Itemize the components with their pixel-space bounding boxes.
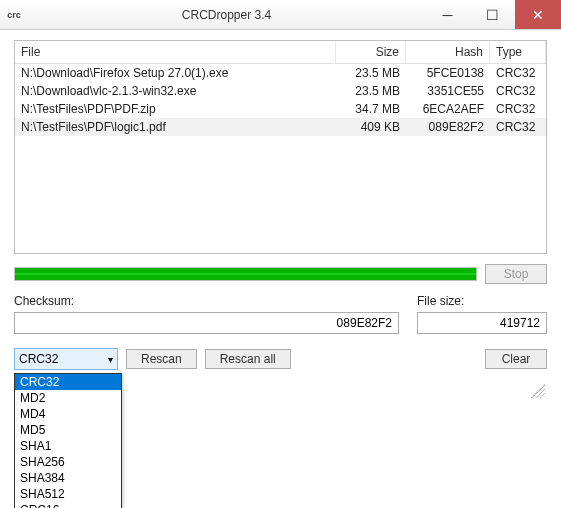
rescan-all-button[interactable]: Rescan all: [205, 349, 291, 369]
cell-size: 34.7 MB: [336, 100, 406, 118]
col-file[interactable]: File: [15, 41, 336, 63]
app-icon: crc: [0, 10, 28, 20]
col-type[interactable]: Type: [490, 41, 546, 63]
algorithm-option[interactable]: MD5: [15, 422, 121, 438]
cell-type: CRC32: [490, 100, 546, 118]
maximize-button[interactable]: ☐: [470, 0, 515, 29]
algorithm-option[interactable]: SHA1: [15, 438, 121, 454]
title-bar: crc CRCDropper 3.4 ─ ☐ ✕: [0, 0, 561, 30]
filesize-label: File size:: [417, 294, 547, 308]
table-row[interactable]: N:\Download\vlc-2.1.3-win32.exe23.5 MB33…: [15, 82, 546, 100]
file-list[interactable]: File Size Hash Type N:\Download\Firefox …: [14, 40, 547, 254]
cell-size: 23.5 MB: [336, 64, 406, 82]
cell-type: CRC32: [490, 118, 546, 136]
cell-hash: 089E82F2: [406, 118, 490, 136]
algorithm-dropdown[interactable]: CRC32MD2MD4MD5SHA1SHA256SHA384SHA512CRC1…: [14, 373, 122, 508]
algorithm-option[interactable]: SHA512: [15, 486, 121, 502]
checksum-label: Checksum:: [14, 294, 399, 308]
cell-size: 23.5 MB: [336, 82, 406, 100]
table-row[interactable]: N:\TestFiles\PDF\PDF.zip34.7 MB6ECA2AEFC…: [15, 100, 546, 118]
algorithm-option[interactable]: MD4: [15, 406, 121, 422]
table-row[interactable]: N:\Download\Firefox Setup 27.0(1).exe23.…: [15, 64, 546, 82]
cell-hash: 5FCE0138: [406, 64, 490, 82]
cell-file: N:\Download\vlc-2.1.3-win32.exe: [15, 82, 336, 100]
clear-button[interactable]: Clear: [485, 349, 547, 369]
cell-type: CRC32: [490, 82, 546, 100]
algorithm-option[interactable]: SHA256: [15, 454, 121, 470]
window-title: CRCDropper 3.4: [28, 8, 425, 22]
table-row[interactable]: N:\TestFiles\PDF\logic1.pdf409 KB089E82F…: [15, 118, 546, 136]
col-size[interactable]: Size: [336, 41, 406, 63]
algorithm-option[interactable]: CRC32: [15, 374, 121, 390]
close-button[interactable]: ✕: [515, 0, 561, 29]
algorithm-option[interactable]: CRC16: [15, 502, 121, 508]
filesize-field[interactable]: [417, 312, 547, 334]
algorithm-option[interactable]: MD2: [15, 390, 121, 406]
checksum-field[interactable]: [14, 312, 399, 334]
algorithm-select[interactable]: CRC32 ▾: [14, 348, 118, 370]
stop-button[interactable]: Stop: [485, 264, 547, 284]
cell-file: N:\TestFiles\PDF\PDF.zip: [15, 100, 336, 118]
progress-bar: [14, 267, 477, 281]
resize-grip[interactable]: [531, 384, 545, 398]
cell-hash: 6ECA2AEF: [406, 100, 490, 118]
cell-file: N:\Download\Firefox Setup 27.0(1).exe: [15, 64, 336, 82]
algorithm-selected: CRC32: [19, 352, 58, 366]
chevron-down-icon: ▾: [108, 354, 113, 365]
rescan-button[interactable]: Rescan: [126, 349, 197, 369]
cell-hash: 3351CE55: [406, 82, 490, 100]
cell-size: 409 KB: [336, 118, 406, 136]
column-headers[interactable]: File Size Hash Type: [15, 41, 546, 64]
cell-type: CRC32: [490, 64, 546, 82]
col-hash[interactable]: Hash: [406, 41, 490, 63]
minimize-button[interactable]: ─: [425, 0, 470, 29]
algorithm-option[interactable]: SHA384: [15, 470, 121, 486]
cell-file: N:\TestFiles\PDF\logic1.pdf: [15, 118, 336, 136]
